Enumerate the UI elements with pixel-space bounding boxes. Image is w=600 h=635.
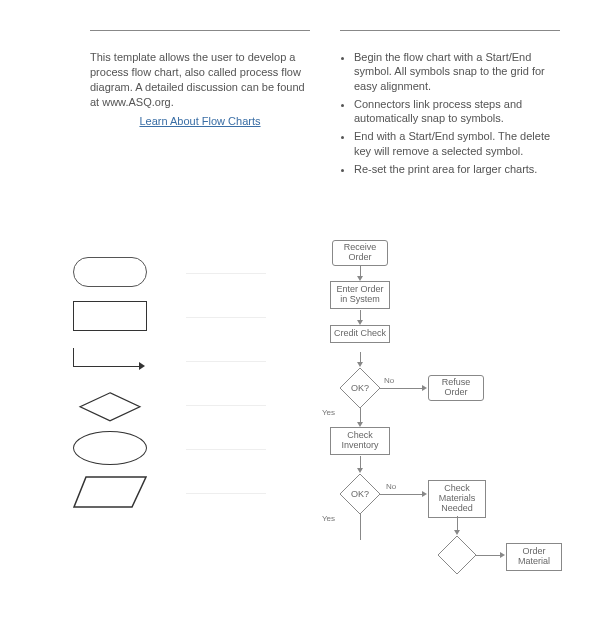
legend-label	[186, 491, 266, 494]
description-text: This template allows the user to develop…	[90, 50, 310, 109]
left-column: This template allows the user to develop…	[90, 30, 310, 180]
decision-label	[436, 534, 478, 576]
connector-icon	[70, 342, 150, 378]
page: This template allows the user to develop…	[0, 0, 600, 190]
arrow-right-icon	[422, 491, 427, 497]
legend-row-decision	[70, 382, 290, 426]
legend-label	[186, 359, 266, 362]
node-decision-materials[interactable]	[436, 534, 478, 576]
node-credit-check[interactable]: Credit Check	[330, 325, 390, 343]
legend-row-process	[70, 294, 290, 338]
svg-marker-1	[74, 477, 146, 507]
instructions-list: Begin the flow chart with a Start/End sy…	[340, 50, 560, 176]
legend-label	[186, 403, 266, 406]
node-check-materials[interactable]: Check Materials Needed	[428, 480, 486, 518]
arrow-right-icon	[422, 385, 427, 391]
branch-label-no: No	[386, 482, 396, 491]
branch-label-yes: Yes	[322, 408, 335, 417]
legend-row-connector	[70, 338, 290, 382]
decision-icon	[70, 391, 150, 416]
legend-row-terminator	[70, 250, 290, 294]
arrow-right-icon	[500, 552, 505, 558]
header-columns: This template allows the user to develop…	[90, 30, 560, 180]
node-decision-inventory[interactable]: OK?	[338, 472, 382, 516]
shape-legend	[70, 250, 290, 514]
right-heading	[340, 30, 560, 44]
legend-row-oval	[70, 426, 290, 470]
svg-marker-0	[80, 393, 140, 421]
instruction-item: Re-set the print area for larger charts.	[354, 162, 560, 176]
node-decision-credit[interactable]: OK?	[338, 366, 382, 410]
decision-label: OK?	[338, 472, 382, 516]
oval-icon	[70, 430, 150, 466]
legend-label	[186, 315, 266, 318]
connector-line	[380, 494, 424, 495]
node-refuse-order[interactable]: Refuse Order	[428, 375, 484, 401]
instruction-item: Connectors link process steps and automa…	[354, 97, 560, 126]
process-icon	[70, 298, 150, 334]
right-column: Begin the flow chart with a Start/End sy…	[340, 30, 560, 180]
branch-label-no: No	[384, 376, 394, 385]
data-icon	[70, 474, 150, 510]
legend-label	[186, 447, 266, 450]
connector-line	[380, 388, 424, 389]
legend-row-data	[70, 470, 290, 514]
decision-label: OK?	[338, 366, 382, 410]
connector-line	[476, 555, 502, 556]
learn-link[interactable]: Learn About Flow Charts	[90, 115, 310, 127]
node-enter-order[interactable]: Enter Order in System	[330, 281, 390, 309]
node-receive-order[interactable]: Receive Order	[332, 240, 388, 266]
terminator-icon	[70, 254, 150, 290]
instruction-item: Begin the flow chart with a Start/End sy…	[354, 50, 560, 93]
node-order-material[interactable]: Order Material	[506, 543, 562, 571]
branch-label-yes: Yes	[322, 514, 335, 523]
node-check-inventory[interactable]: Check Inventory	[330, 427, 390, 455]
instruction-item: End with a Start/End symbol. The delete …	[354, 129, 560, 158]
legend-label	[186, 271, 266, 274]
flowchart: Receive Order Enter Order in System Cred…	[310, 240, 580, 635]
left-heading	[90, 30, 310, 44]
connector-line	[360, 514, 361, 540]
